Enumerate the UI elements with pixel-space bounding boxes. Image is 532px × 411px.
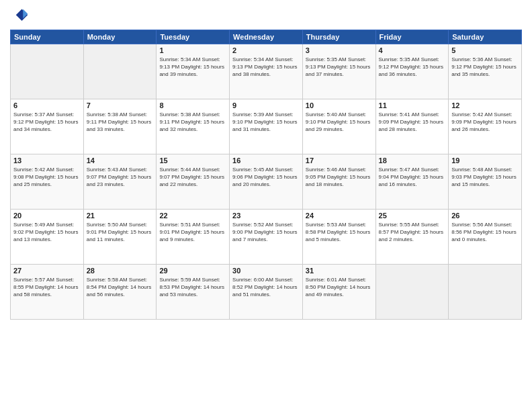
calendar-cell: 3Sunrise: 5:35 AM Sunset: 9:13 PM Daylig… bbox=[302, 44, 375, 99]
calendar-header-day: Tuesday bbox=[157, 30, 230, 44]
calendar-cell: 28Sunrise: 5:58 AM Sunset: 8:54 PM Dayli… bbox=[83, 265, 157, 320]
day-number: 31 bbox=[306, 267, 373, 275]
calendar-header-day: Thursday bbox=[302, 30, 375, 44]
calendar-cell: 18Sunrise: 5:47 AM Sunset: 9:04 PM Dayli… bbox=[375, 154, 449, 210]
day-number: 28 bbox=[87, 267, 154, 275]
calendar-cell: 6Sunrise: 5:37 AM Sunset: 9:12 PM Daylig… bbox=[11, 99, 84, 154]
calendar-week-row: 13Sunrise: 5:42 AM Sunset: 9:08 PM Dayli… bbox=[11, 154, 522, 210]
day-detail: Sunrise: 5:57 AM Sunset: 8:55 PM Dayligh… bbox=[13, 276, 81, 299]
calendar-cell: 27Sunrise: 5:57 AM Sunset: 8:55 PM Dayli… bbox=[11, 265, 84, 320]
day-detail: Sunrise: 5:37 AM Sunset: 9:12 PM Dayligh… bbox=[13, 111, 81, 134]
day-detail: Sunrise: 6:01 AM Sunset: 8:50 PM Dayligh… bbox=[306, 276, 373, 299]
calendar-header-day: Wednesday bbox=[230, 30, 303, 44]
calendar-header-day: Sunday bbox=[11, 30, 84, 44]
calendar-cell: 19Sunrise: 5:48 AM Sunset: 9:03 PM Dayli… bbox=[449, 154, 522, 210]
day-detail: Sunrise: 5:51 AM Sunset: 9:01 PM Dayligh… bbox=[159, 221, 226, 244]
day-number: 22 bbox=[159, 212, 226, 220]
day-detail: Sunrise: 5:35 AM Sunset: 9:12 PM Dayligh… bbox=[379, 56, 446, 79]
calendar-week-row: 1Sunrise: 5:34 AM Sunset: 9:13 PM Daylig… bbox=[11, 44, 522, 99]
calendar-cell: 22Sunrise: 5:51 AM Sunset: 9:01 PM Dayli… bbox=[157, 210, 230, 265]
day-number: 9 bbox=[232, 101, 300, 109]
calendar-cell: 23Sunrise: 5:52 AM Sunset: 9:00 PM Dayli… bbox=[230, 210, 303, 265]
day-detail: Sunrise: 5:47 AM Sunset: 9:04 PM Dayligh… bbox=[379, 166, 446, 189]
day-detail: Sunrise: 6:00 AM Sunset: 8:52 PM Dayligh… bbox=[232, 276, 300, 299]
day-detail: Sunrise: 5:49 AM Sunset: 9:02 PM Dayligh… bbox=[13, 221, 81, 244]
calendar-header-day: Monday bbox=[83, 30, 157, 44]
day-number: 12 bbox=[451, 101, 519, 109]
day-detail: Sunrise: 5:48 AM Sunset: 9:03 PM Dayligh… bbox=[451, 166, 519, 189]
day-detail: Sunrise: 5:36 AM Sunset: 9:12 PM Dayligh… bbox=[451, 56, 519, 79]
day-number: 23 bbox=[232, 212, 300, 220]
day-detail: Sunrise: 5:56 AM Sunset: 8:56 PM Dayligh… bbox=[451, 221, 519, 244]
calendar-cell bbox=[11, 44, 84, 99]
day-number: 30 bbox=[232, 267, 300, 275]
day-detail: Sunrise: 5:55 AM Sunset: 8:57 PM Dayligh… bbox=[379, 221, 446, 244]
day-number: 25 bbox=[379, 212, 446, 220]
day-detail: Sunrise: 5:34 AM Sunset: 9:13 PM Dayligh… bbox=[159, 56, 226, 79]
calendar-cell: 15Sunrise: 5:44 AM Sunset: 9:07 PM Dayli… bbox=[157, 154, 230, 210]
calendar-cell bbox=[375, 265, 449, 320]
day-detail: Sunrise: 5:46 AM Sunset: 9:05 PM Dayligh… bbox=[306, 166, 373, 189]
calendar-cell: 4Sunrise: 5:35 AM Sunset: 9:12 PM Daylig… bbox=[375, 44, 449, 99]
calendar-cell: 31Sunrise: 6:01 AM Sunset: 8:50 PM Dayli… bbox=[302, 265, 375, 320]
calendar-cell bbox=[449, 265, 522, 320]
day-detail: Sunrise: 5:38 AM Sunset: 9:11 PM Dayligh… bbox=[159, 111, 226, 134]
day-detail: Sunrise: 5:41 AM Sunset: 9:09 PM Dayligh… bbox=[379, 111, 446, 134]
day-number: 17 bbox=[306, 156, 373, 165]
calendar-week-row: 27Sunrise: 5:57 AM Sunset: 8:55 PM Dayli… bbox=[11, 265, 522, 320]
day-detail: Sunrise: 5:38 AM Sunset: 9:11 PM Dayligh… bbox=[87, 111, 154, 134]
calendar-cell: 1Sunrise: 5:34 AM Sunset: 9:13 PM Daylig… bbox=[157, 44, 230, 99]
calendar-cell: 8Sunrise: 5:38 AM Sunset: 9:11 PM Daylig… bbox=[157, 99, 230, 154]
day-number: 7 bbox=[87, 101, 154, 109]
day-detail: Sunrise: 5:50 AM Sunset: 9:01 PM Dayligh… bbox=[87, 221, 154, 244]
calendar-cell: 11Sunrise: 5:41 AM Sunset: 9:09 PM Dayli… bbox=[375, 99, 449, 154]
day-number: 29 bbox=[159, 267, 226, 275]
day-detail: Sunrise: 5:42 AM Sunset: 9:09 PM Dayligh… bbox=[451, 111, 519, 134]
calendar-header-day: Friday bbox=[375, 30, 449, 44]
logo-icon bbox=[10, 7, 29, 26]
day-number: 1 bbox=[159, 46, 226, 54]
day-number: 18 bbox=[379, 156, 446, 165]
day-number: 13 bbox=[13, 156, 81, 165]
day-detail: Sunrise: 5:52 AM Sunset: 9:00 PM Dayligh… bbox=[232, 221, 300, 244]
calendar-cell: 14Sunrise: 5:43 AM Sunset: 9:07 PM Dayli… bbox=[83, 154, 157, 210]
calendar-cell: 12Sunrise: 5:42 AM Sunset: 9:09 PM Dayli… bbox=[449, 99, 522, 154]
day-number: 21 bbox=[87, 212, 154, 220]
day-number: 11 bbox=[379, 101, 446, 109]
day-number: 15 bbox=[159, 156, 226, 165]
day-number: 3 bbox=[306, 46, 373, 54]
day-number: 4 bbox=[379, 46, 446, 54]
day-detail: Sunrise: 5:59 AM Sunset: 8:53 PM Dayligh… bbox=[159, 276, 226, 299]
day-detail: Sunrise: 5:42 AM Sunset: 9:08 PM Dayligh… bbox=[13, 166, 81, 189]
calendar-week-row: 20Sunrise: 5:49 AM Sunset: 9:02 PM Dayli… bbox=[11, 210, 522, 265]
calendar-cell: 29Sunrise: 5:59 AM Sunset: 8:53 PM Dayli… bbox=[157, 265, 230, 320]
calendar-cell: 2Sunrise: 5:34 AM Sunset: 9:13 PM Daylig… bbox=[230, 44, 303, 99]
day-number: 27 bbox=[13, 267, 81, 275]
logo bbox=[10, 7, 32, 26]
calendar-cell: 17Sunrise: 5:46 AM Sunset: 9:05 PM Dayli… bbox=[302, 154, 375, 210]
day-detail: Sunrise: 5:35 AM Sunset: 9:13 PM Dayligh… bbox=[306, 56, 373, 79]
calendar-cell: 13Sunrise: 5:42 AM Sunset: 9:08 PM Dayli… bbox=[11, 154, 84, 210]
calendar-cell: 21Sunrise: 5:50 AM Sunset: 9:01 PM Dayli… bbox=[83, 210, 157, 265]
day-number: 24 bbox=[306, 212, 373, 220]
calendar-cell bbox=[83, 44, 157, 99]
calendar-cell: 9Sunrise: 5:39 AM Sunset: 9:10 PM Daylig… bbox=[230, 99, 303, 154]
calendar-week-row: 6Sunrise: 5:37 AM Sunset: 9:12 PM Daylig… bbox=[11, 99, 522, 154]
day-detail: Sunrise: 5:45 AM Sunset: 9:06 PM Dayligh… bbox=[232, 166, 300, 189]
day-number: 8 bbox=[159, 101, 226, 109]
day-detail: Sunrise: 5:53 AM Sunset: 8:58 PM Dayligh… bbox=[306, 221, 373, 244]
calendar-cell: 5Sunrise: 5:36 AM Sunset: 9:12 PM Daylig… bbox=[449, 44, 522, 99]
calendar-cell: 7Sunrise: 5:38 AM Sunset: 9:11 PM Daylig… bbox=[83, 99, 157, 154]
calendar-cell: 30Sunrise: 6:00 AM Sunset: 8:52 PM Dayli… bbox=[230, 265, 303, 320]
calendar-cell: 16Sunrise: 5:45 AM Sunset: 9:06 PM Dayli… bbox=[230, 154, 303, 210]
header bbox=[10, 7, 522, 26]
day-number: 19 bbox=[451, 156, 519, 165]
day-detail: Sunrise: 5:34 AM Sunset: 9:13 PM Dayligh… bbox=[232, 56, 300, 79]
day-number: 6 bbox=[13, 101, 81, 109]
calendar-header-day: Saturday bbox=[449, 30, 522, 44]
calendar-header-row: SundayMondayTuesdayWednesdayThursdayFrid… bbox=[11, 30, 522, 44]
day-number: 10 bbox=[306, 101, 373, 109]
calendar-cell: 25Sunrise: 5:55 AM Sunset: 8:57 PM Dayli… bbox=[375, 210, 449, 265]
day-detail: Sunrise: 5:40 AM Sunset: 9:10 PM Dayligh… bbox=[306, 111, 373, 134]
day-number: 14 bbox=[87, 156, 154, 165]
